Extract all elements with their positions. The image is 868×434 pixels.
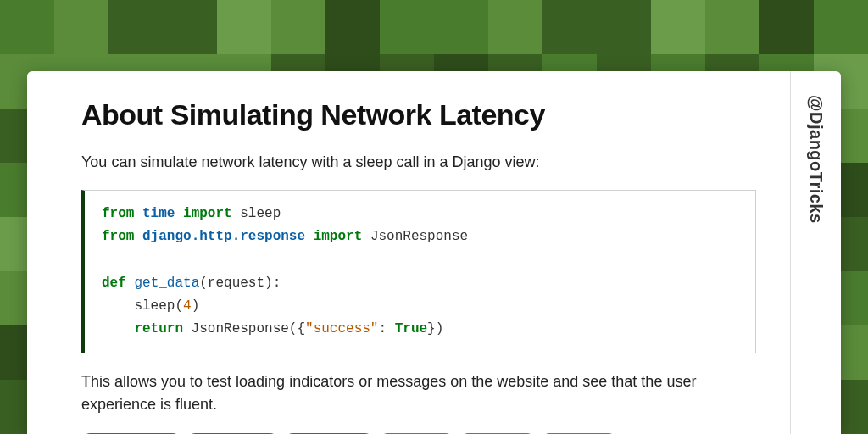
code-mod: django.http.response (142, 229, 305, 244)
code-fn: get_data (134, 275, 199, 291)
article-card: About Simulating Network Latency You can… (27, 71, 841, 434)
code-kw: from (102, 229, 134, 244)
code-ident: sleep (240, 206, 281, 221)
code-mod: time (142, 206, 175, 221)
code-num: 4 (183, 298, 192, 314)
code-str: "success" (305, 321, 378, 337)
code-rest: (request): (199, 275, 281, 291)
side-handle-column: @DjangoTricks (790, 71, 841, 434)
article-outro: This allows you to test loading indicato… (81, 370, 756, 416)
code-rest: sleep( (102, 298, 183, 314)
code-kw: def (102, 275, 126, 291)
twitter-handle: @DjangoTricks (806, 95, 826, 224)
code-kw: from (102, 206, 134, 221)
code-rest: JsonResponse({ (183, 321, 305, 337)
code-kw: import (314, 229, 363, 244)
code-rest: ) (192, 298, 200, 314)
code-kw: import (183, 206, 232, 221)
code-rest (102, 321, 134, 337)
article-intro: You can simulate network latency with a … (81, 152, 756, 173)
article-content: About Simulating Network Latency You can… (27, 71, 790, 434)
article-title: About Simulating Network Latency (81, 98, 756, 131)
code-kw: return (134, 321, 183, 337)
code-rest: }) (427, 321, 443, 337)
code-rest: : (378, 321, 394, 337)
code-block: from time import sleep from django.http.… (81, 190, 756, 353)
code-kw: True (395, 321, 427, 337)
code-ident: JsonResponse (370, 229, 468, 244)
